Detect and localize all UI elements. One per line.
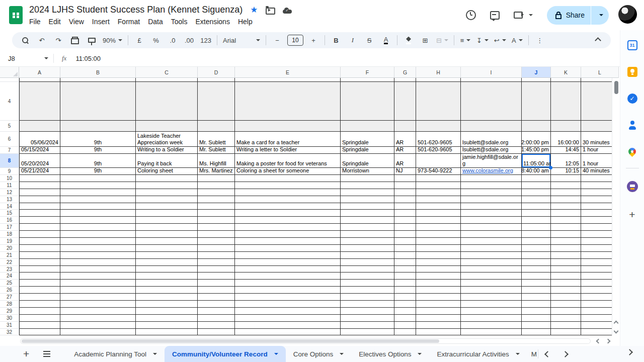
- cell-C30[interactable]: [136, 315, 198, 322]
- cell-H27[interactable]: [416, 294, 461, 301]
- cell-F25[interactable]: [341, 280, 394, 287]
- cell-G7[interactable]: AR: [394, 147, 416, 154]
- cell-D31[interactable]: [198, 322, 235, 329]
- cell-H16[interactable]: [416, 217, 461, 224]
- cell-F17[interactable]: [341, 224, 394, 231]
- fill-handle[interactable]: [549, 166, 552, 169]
- cell-K[interactable]: [551, 78, 581, 82]
- cell-A9[interactable]: 05/21/2024: [19, 168, 60, 175]
- column-header-F[interactable]: F: [341, 67, 394, 78]
- cell-C7[interactable]: Writing to a Soldier: [136, 147, 198, 154]
- cell-G30[interactable]: [394, 315, 416, 322]
- cell-D28[interactable]: [198, 301, 235, 308]
- cell-D15[interactable]: [198, 210, 235, 217]
- percent-format-button[interactable]: %: [148, 34, 164, 46]
- cell-H26[interactable]: [416, 287, 461, 294]
- document-title[interactable]: 2024 LJHS Student Success Plan (Kennet S…: [29, 5, 243, 15]
- cell-J15[interactable]: [522, 210, 551, 217]
- cell-F[interactable]: [341, 78, 394, 82]
- cell-G23[interactable]: [394, 266, 416, 273]
- cell-C26[interactable]: [136, 287, 198, 294]
- cell-A32[interactable]: [19, 329, 60, 336]
- cell-D4[interactable]: [198, 82, 235, 121]
- cell-F14[interactable]: [341, 203, 394, 210]
- text-color-button[interactable]: A: [378, 34, 394, 46]
- cell-J30[interactable]: [522, 315, 551, 322]
- row-header-21[interactable]: 21: [0, 252, 19, 259]
- cell-C15[interactable]: [136, 210, 198, 217]
- cell-I30[interactable]: [461, 315, 522, 322]
- cell-K18[interactable]: [551, 231, 581, 238]
- formula-input[interactable]: 11:05:00: [75, 55, 101, 62]
- cell-K26[interactable]: [551, 287, 581, 294]
- cell-J17[interactable]: [522, 224, 551, 231]
- sheet-tab-core-options[interactable]: Core Options: [286, 346, 352, 362]
- cell-E15[interactable]: [235, 210, 341, 217]
- meet-button[interactable]: [514, 12, 533, 19]
- cell-B15[interactable]: [60, 210, 136, 217]
- cell-H32[interactable]: [416, 329, 461, 336]
- cell-B21[interactable]: [60, 252, 136, 259]
- number-format-button[interactable]: 123: [198, 34, 214, 46]
- cell-G8[interactable]: AR: [394, 154, 416, 168]
- cell-E23[interactable]: [235, 266, 341, 273]
- cell-K27[interactable]: [551, 294, 581, 301]
- cell-H18[interactable]: [416, 231, 461, 238]
- cell-C10[interactable]: [136, 175, 198, 182]
- cell-C8[interactable]: Paying it back: [136, 154, 198, 168]
- cell-C9[interactable]: Coloring sheet: [136, 168, 198, 175]
- menu-data[interactable]: Data: [144, 17, 167, 27]
- borders-button[interactable]: ⊞: [417, 34, 433, 46]
- cell-A21[interactable]: [19, 252, 60, 259]
- select-all-corner[interactable]: [0, 67, 19, 78]
- cell-B5[interactable]: [60, 121, 136, 132]
- cell-H8[interactable]: [416, 154, 461, 168]
- cell-D26[interactable]: [198, 287, 235, 294]
- cell-B9[interactable]: 9th: [60, 168, 136, 175]
- cell-I5[interactable]: [461, 121, 522, 132]
- keep-icon[interactable]: [627, 67, 637, 77]
- cell-K4[interactable]: [551, 82, 581, 121]
- cell-D29[interactable]: [198, 308, 235, 315]
- cell-D8[interactable]: Ms. Highfill: [198, 154, 235, 168]
- cell-A13[interactable]: [19, 196, 60, 203]
- horizontal-align-button[interactable]: ≡: [457, 34, 473, 46]
- cell-B7[interactable]: 9th: [60, 147, 136, 154]
- cell-H25[interactable]: [416, 280, 461, 287]
- cell-E20[interactable]: [235, 245, 341, 252]
- cell-A15[interactable]: [19, 210, 60, 217]
- row-header-7[interactable]: 7: [0, 147, 19, 154]
- cell-D17[interactable]: [198, 224, 235, 231]
- collapse-toolbar-button[interactable]: [590, 34, 606, 46]
- cell-D[interactable]: [198, 78, 235, 82]
- menu-format[interactable]: Format: [114, 17, 144, 27]
- cell-K24[interactable]: [551, 273, 581, 280]
- cell-F23[interactable]: [341, 266, 394, 273]
- comments-icon[interactable]: [490, 11, 500, 20]
- cell-C25[interactable]: [136, 280, 198, 287]
- cell-C24[interactable]: [136, 273, 198, 280]
- horizontal-scrollbar[interactable]: [0, 336, 620, 346]
- cell-K31[interactable]: [551, 322, 581, 329]
- cell-D21[interactable]: [198, 252, 235, 259]
- cell-J18[interactable]: [522, 231, 551, 238]
- version-history-icon[interactable]: [466, 10, 476, 20]
- cell-I13[interactable]: [461, 196, 522, 203]
- column-header-B[interactable]: B: [60, 67, 136, 78]
- cell-K6[interactable]: 16:00:00: [551, 132, 581, 147]
- cell-D25[interactable]: [198, 280, 235, 287]
- cell-K25[interactable]: [551, 280, 581, 287]
- cell-F10[interactable]: [341, 175, 394, 182]
- cell-F30[interactable]: [341, 315, 394, 322]
- cell-B6[interactable]: 9th: [60, 132, 136, 147]
- contacts-icon[interactable]: [627, 120, 637, 130]
- currency-format-button[interactable]: £: [131, 34, 147, 46]
- row-header-24[interactable]: 24: [0, 273, 19, 280]
- cell-C32[interactable]: [136, 329, 198, 336]
- cell-I19[interactable]: [461, 238, 522, 245]
- cell-C14[interactable]: [136, 203, 198, 210]
- cell-D9[interactable]: Mrs. Martinez: [198, 168, 235, 175]
- scroll-down-icon[interactable]: [614, 329, 619, 334]
- cell-G32[interactable]: [394, 329, 416, 336]
- addon-icon[interactable]: [627, 181, 638, 192]
